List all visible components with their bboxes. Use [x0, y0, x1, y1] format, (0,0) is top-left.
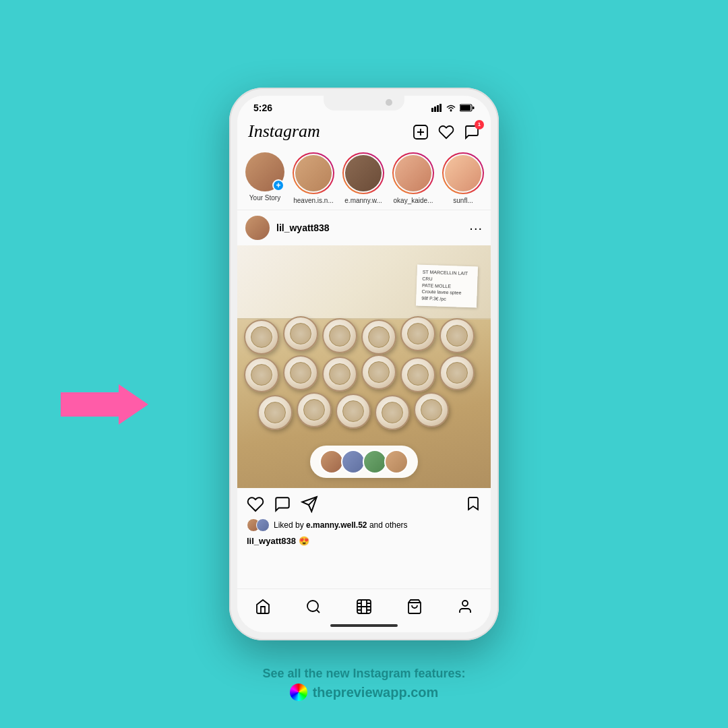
cheese-13	[257, 395, 293, 430]
story3-avatar-wrap	[392, 152, 434, 194]
post-user-info[interactable]: lil_wyatt838	[245, 216, 330, 240]
post-caption: lil_wyatt838 😍	[237, 535, 491, 551]
instagram-header: Instagram	[237, 116, 491, 147]
dm-button[interactable]: 1	[464, 123, 480, 140]
cheese-1	[244, 320, 279, 355]
story1-avatar-wrap	[293, 152, 334, 194]
liked-user[interactable]: e.manny.well.52	[306, 520, 367, 530]
color-wheel-icon	[290, 684, 307, 701]
add-post-button[interactable]	[413, 123, 429, 140]
liked-others: and others	[369, 520, 408, 530]
svg-rect-3	[439, 104, 442, 112]
post-image: ST MARCELLIN LAIT CRU PATE MOLLE Croute …	[237, 245, 491, 488]
svg-line-14	[316, 609, 319, 612]
battery-icon	[460, 104, 475, 112]
comment-button[interactable]	[274, 493, 291, 513]
story-item-4[interactable]: sunfl...	[442, 152, 484, 204]
cheese-8	[283, 355, 318, 390]
viewer3-avatar	[363, 450, 387, 474]
add-story-plus: +	[272, 179, 284, 191]
phone-screen: 5:26	[237, 96, 491, 632]
svg-point-13	[307, 601, 318, 611]
label-card: ST MARCELLIN LAIT CRU PATE MOLLE Croute …	[416, 264, 478, 307]
story4-avatar	[445, 155, 481, 191]
phone-notch	[324, 96, 404, 111]
likes-button[interactable]	[438, 123, 454, 140]
bottom-nav	[237, 588, 491, 619]
story4-label: sunfl...	[453, 197, 473, 204]
cheese-7	[244, 357, 279, 392]
wifi-icon	[446, 104, 456, 112]
signal-icon	[431, 104, 442, 112]
status-icons	[431, 104, 475, 112]
instagram-logo: Instagram	[248, 121, 320, 142]
cheese-9	[322, 357, 357, 392]
story1-label: heaven.is.n...	[293, 197, 333, 204]
post-actions	[237, 488, 491, 518]
viewer2-avatar	[341, 450, 365, 474]
story3-avatar	[395, 155, 431, 191]
viewers-overlay[interactable]	[310, 446, 418, 478]
share-button[interactable]	[301, 493, 318, 513]
svg-rect-2	[437, 105, 439, 112]
svg-rect-6	[460, 105, 471, 111]
nav-search-button[interactable]	[305, 596, 322, 615]
story-item-yours[interactable]: + Your Story	[245, 152, 284, 204]
viewer4-avatar	[384, 450, 408, 474]
story4-avatar-wrap	[442, 152, 484, 194]
like-button[interactable]	[247, 493, 264, 513]
svg-point-4	[450, 110, 452, 112]
home-indicator	[237, 619, 491, 632]
promo-line2: thepreviewapp.com	[262, 684, 465, 701]
svg-rect-1	[434, 107, 436, 112]
notch-camera	[386, 99, 392, 106]
svg-rect-7	[473, 107, 475, 109]
post-username: lil_wyatt838	[276, 222, 330, 233]
story-item-2[interactable]: e.manny.w...	[342, 152, 384, 204]
viewer1-avatar	[320, 450, 344, 474]
phone-frame: 5:26	[229, 88, 499, 640]
cheese-14	[297, 392, 332, 427]
dm-badge: 1	[475, 120, 484, 129]
post-more-button[interactable]: ···	[469, 220, 483, 236]
caption-username[interactable]: lil_wyatt838	[247, 536, 296, 546]
label-line1: ST MARCELLIN LAIT CRU	[422, 269, 473, 284]
promo-line1: See all the new Instagram features:	[262, 667, 465, 681]
story3-label: okay_kaide...	[394, 197, 433, 204]
nav-shop-button[interactable]	[406, 596, 423, 615]
cheese-16	[375, 395, 410, 430]
header-icons: 1	[413, 123, 480, 140]
liked-by-text: Liked by e.manny.well.52 and others	[274, 520, 408, 530]
story2-avatar-wrap	[342, 152, 384, 194]
svg-point-17	[462, 601, 468, 606]
cheese-11	[400, 357, 435, 392]
nav-home-button[interactable]	[255, 596, 271, 615]
bookmark-button[interactable]	[465, 494, 481, 512]
your-story-avatar-wrap: +	[245, 152, 284, 191]
story-item-3[interactable]: okay_kaide...	[392, 152, 434, 204]
liked-avatars	[247, 518, 270, 532]
cheese-2	[283, 316, 318, 351]
bottom-promo-text: See all the new Instagram features: thep…	[262, 667, 465, 701]
cheese-10	[361, 355, 396, 390]
action-left-group	[247, 493, 318, 513]
cheese-17	[414, 392, 449, 427]
status-time: 5:26	[253, 102, 272, 113]
cheese-6	[439, 318, 475, 353]
story-item-1[interactable]: heaven.is.n...	[293, 152, 334, 204]
cheese-15	[336, 394, 371, 429]
story1-avatar	[295, 155, 332, 191]
liked-avatar2	[256, 518, 270, 532]
label-line4: 98f P.3€ /pc	[421, 295, 471, 303]
cheese-3	[322, 318, 357, 353]
cheese-12	[439, 355, 475, 390]
story2-label: e.manny.w...	[344, 197, 382, 204]
promo-url[interactable]: thepreviewapp.com	[313, 685, 439, 700]
your-story-label: Your Story	[249, 194, 280, 202]
liked-by-row: Liked by e.manny.well.52 and others	[237, 518, 491, 535]
nav-reels-button[interactable]	[356, 596, 372, 615]
nav-profile-button[interactable]	[457, 596, 473, 615]
post-feed: lil_wyatt838 ···	[237, 210, 491, 588]
home-bar	[330, 624, 398, 627]
caption-emoji: 😍	[299, 536, 309, 546]
